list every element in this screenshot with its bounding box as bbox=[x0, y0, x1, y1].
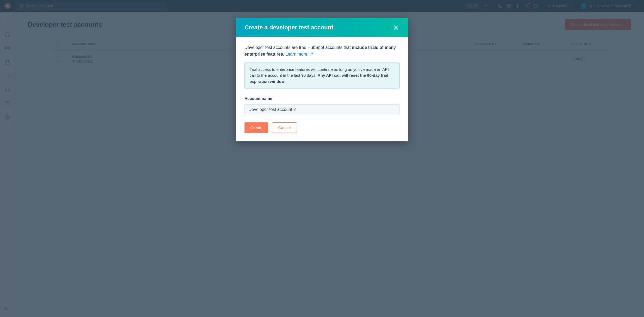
modal-actions: Create Cancel bbox=[245, 122, 399, 133]
cancel-button[interactable]: Cancel bbox=[272, 122, 297, 133]
learn-more-link[interactable]: Learn more. bbox=[285, 52, 313, 56]
close-icon[interactable] bbox=[393, 24, 399, 31]
account-name-input[interactable] bbox=[245, 104, 399, 115]
modal-header: Create a developer test account bbox=[236, 18, 408, 37]
account-name-label: Account name bbox=[245, 95, 399, 102]
modal-body: Developer test accounts are free HubSpot… bbox=[236, 37, 408, 141]
modal-intro: Developer test accounts are free HubSpot… bbox=[245, 44, 399, 58]
create-account-modal: Create a developer test account Develope… bbox=[236, 18, 408, 141]
modal-title: Create a developer test account bbox=[245, 24, 333, 31]
external-link-icon bbox=[309, 52, 313, 56]
modal-overlay[interactable]: Create a developer test account Develope… bbox=[0, 0, 644, 317]
create-button[interactable]: Create bbox=[245, 122, 268, 133]
info-callout: Trial access to enterprise features will… bbox=[245, 63, 399, 89]
